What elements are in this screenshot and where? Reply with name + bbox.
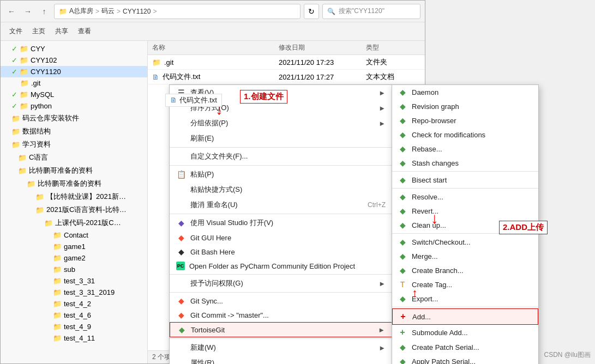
nav-item-t411[interactable]: 📁 test_4_11 [1, 332, 147, 344]
file-row-git[interactable]: 📁 .git 2021/11/20 17:23 文件夹 [148, 55, 425, 70]
tg-item-revert[interactable]: ◆ Revert... [392, 204, 538, 218]
toolbar: 文件 主页 共享 查看 [1, 22, 425, 41]
ctx-item-gitsync[interactable]: ◆ Git Sync... [170, 294, 392, 308]
ctx-item-refresh[interactable]: 刷新(E) [170, 131, 392, 146]
search-bar[interactable]: 🔍 搜索"CYY1120" [322, 4, 420, 19]
ctx-item-grant[interactable]: 授予访问权限(G) ► [170, 276, 392, 291]
export-icon: ◆ [398, 294, 407, 303]
up-button[interactable]: ↑ [38, 5, 51, 18]
nav-item-myyun[interactable]: 📁 码云仓库安装软件 [1, 112, 147, 125]
ctx-item-sort[interactable]: 排序方式(O) ► [170, 100, 392, 116]
nav-item-bitpeng2[interactable]: 📁 比特鹏哥准备的资料 [1, 177, 147, 190]
refresh-button[interactable]: ↻ [304, 4, 319, 19]
nav-label: CYY1120 [31, 68, 61, 76]
ctx-label-tortoise: TortoiseGit [191, 326, 374, 334]
toolbar-share-btn[interactable]: 共享 [51, 25, 73, 38]
file-row-txt[interactable]: 🗎 代码文件.txt 2021/11/20 17:27 文本文档 [148, 70, 425, 84]
nav-item-cyy1120[interactable]: ✓ 📁 CYY1120 [1, 66, 147, 77]
tg-item-check[interactable]: ◆ Check for modifications [392, 128, 538, 142]
ctx-label-sort: 排序方式(O) [190, 103, 374, 113]
tg-item-daemon[interactable]: ◆ Daemon [392, 85, 538, 99]
nav-label: CYY [31, 45, 45, 53]
tg-item-submodule[interactable]: + Submodule Add... [392, 325, 538, 340]
toolbar-file-btn[interactable]: 文件 [5, 25, 27, 38]
tg-item-cleanup[interactable]: ◆ Clean up... [392, 218, 538, 232]
tg-item-bisect[interactable]: ◆ Bisect start [392, 173, 538, 187]
nav-item-mysql[interactable]: ✓ 📁 MySQL [1, 89, 147, 100]
nav-item-game1[interactable]: 📁 game1 [1, 241, 147, 252]
ctx-item-group[interactable]: 分组依据(P) ► [170, 116, 392, 131]
tg-item-branch[interactable]: ◆ Create Branch... [392, 263, 538, 277]
ctx-item-properties[interactable]: 属性(R) [170, 355, 392, 364]
ctx-item-pasteshortcut[interactable]: 粘贴快捷方式(S) [170, 182, 392, 197]
tg-item-merge[interactable]: ◆ Merge... [392, 249, 538, 263]
nav-item-shkjm[interactable]: 📁 上课代码-2021版C语言-[比特 [1, 216, 147, 229]
tg-label-add: Add... [412, 313, 431, 321]
nav-item-cyy[interactable]: ✓ 📁 CYY [1, 43, 147, 54]
nav-label: MySQL [31, 90, 54, 99]
ctx-item-pycharm[interactable]: PC Open Folder as PyCharm Community Edit… [170, 259, 392, 273]
ctx-item-vs[interactable]: ◆ 使用 Visual Studio 打开(V) [170, 215, 392, 230]
nav-item-game2[interactable]: 📁 game2 [1, 252, 147, 264]
breadcrumb-part-2[interactable]: 码云 [101, 7, 115, 16]
folder-icon-t411: 📁 [53, 334, 62, 342]
nav-label: sub [64, 265, 75, 274]
nav-item-contact[interactable]: 📁 Contact [1, 229, 147, 241]
nav-label: test_4_2 [64, 300, 91, 308]
breadcrumb-part-3[interactable]: CYY1120 [123, 8, 151, 15]
tg-item-revision[interactable]: ◆ Revision graph [392, 99, 538, 113]
nav-label: .git [31, 79, 40, 87]
checkmark-icon: ✓ [11, 90, 17, 99]
nav-item-cyy102[interactable]: ✓ 📁 CYY102 [1, 54, 147, 66]
nav-item-bitzye[interactable]: 📁 【比特就业课】2021新版本课件- [1, 190, 147, 203]
tg-item-rebase[interactable]: ◆ Rebase... [392, 142, 538, 156]
tg-item-patch[interactable]: ◆ Create Patch Serial... [392, 340, 538, 354]
nav-item-t331[interactable]: 📁 test_3_31 [1, 275, 147, 287]
nav-item-bitpeng[interactable]: 📁 比特鹏哥准备的资料 [1, 164, 147, 177]
nav-item-t46[interactable]: 📁 test_4_6 [1, 310, 147, 321]
nav-item-t42[interactable]: 📁 test_4_2 [1, 298, 147, 310]
ctx-label-gitcommit: Git Commit -> "master"... [190, 311, 386, 319]
tg-item-repo[interactable]: ◆ Repo-browser [392, 113, 538, 128]
tg-item-switch[interactable]: ◆ Switch/Checkout... [392, 235, 538, 249]
tg-item-tag[interactable]: T Create Tag... [392, 277, 538, 292]
ctx-item-view[interactable]: ☰ 查看(V) ► [170, 85, 392, 100]
nav-item-sub[interactable]: 📁 sub [1, 264, 147, 275]
ctx-item-new[interactable]: 新建(W) ► [170, 340, 392, 355]
nav-item-t3312019[interactable]: 📁 test_3_31_2019 [1, 287, 147, 298]
tg-item-export[interactable]: ◆ Export... [392, 292, 538, 306]
nav-item-t49[interactable]: 📁 test_4_9 [1, 321, 147, 332]
nav-item-python[interactable]: ✓ 📁 python [1, 100, 147, 112]
back-button[interactable]: ← [5, 5, 18, 18]
forward-button[interactable]: → [21, 5, 34, 18]
ctx-item-undo[interactable]: 撤消 重命名(U) Ctrl+Z [170, 197, 392, 213]
ctx-item-gitcommit[interactable]: ◆ Git Commit -> "master"... [170, 308, 392, 322]
breadcrumb-part-1[interactable]: A总库房 [69, 7, 93, 16]
nav-item-ds[interactable]: 📁 数据结构 [1, 125, 147, 138]
nav-item-git[interactable]: 📁 .git [1, 77, 147, 89]
ctx-item-custom[interactable]: 自定义文件夹(F)... [170, 149, 392, 164]
address-bar[interactable]: 📁 A总库房 > 码云 > CYY1120 > [54, 4, 300, 19]
nav-pane: ✓ 📁 CYY ✓ 📁 CYY102 ✓ 📁 CYY1120 📁 .git [1, 41, 148, 363]
nav-item-clang[interactable]: 📁 C语言 [1, 151, 147, 164]
ctx-item-paste[interactable]: 📋 粘贴(P) [170, 167, 392, 182]
tg-item-resolve[interactable]: ◆ Resolve... [392, 190, 538, 204]
folder-icon-game2: 📁 [53, 254, 62, 262]
toolbar-home-btn[interactable]: 主页 [28, 25, 50, 38]
tg-item-applypatch[interactable]: ◆ Apply Patch Serial... [392, 354, 538, 364]
tg-item-stash[interactable]: ◆ Stash changes [392, 156, 538, 170]
nav-label: python [31, 102, 52, 110]
folder-icon-t3312019: 📁 [53, 288, 62, 296]
folder-icon-t42: 📁 [53, 300, 62, 308]
repo-icon: ◆ [398, 116, 407, 125]
toolbar-view-btn[interactable]: 查看 [74, 25, 95, 38]
nav-item-2021c[interactable]: 📁 2021版C语言资料-比特就业课 [1, 203, 147, 216]
ctx-item-gitbash[interactable]: ◆ Git Bash Here [170, 245, 392, 259]
ctx-item-tortoisegit[interactable]: ◆ TortoiseGit ► [170, 322, 392, 337]
tg-label-revert: Revert... [412, 207, 438, 215]
ctx-item-gitgui[interactable]: ◆ Git GUI Here [170, 230, 392, 245]
undo-shortcut: Ctrl+Z [368, 201, 386, 209]
nav-item-study[interactable]: 📁 学习资料 [1, 138, 147, 151]
tg-item-add[interactable]: + Add... [392, 308, 538, 325]
folder-icon-python: 📁 [20, 102, 28, 110]
